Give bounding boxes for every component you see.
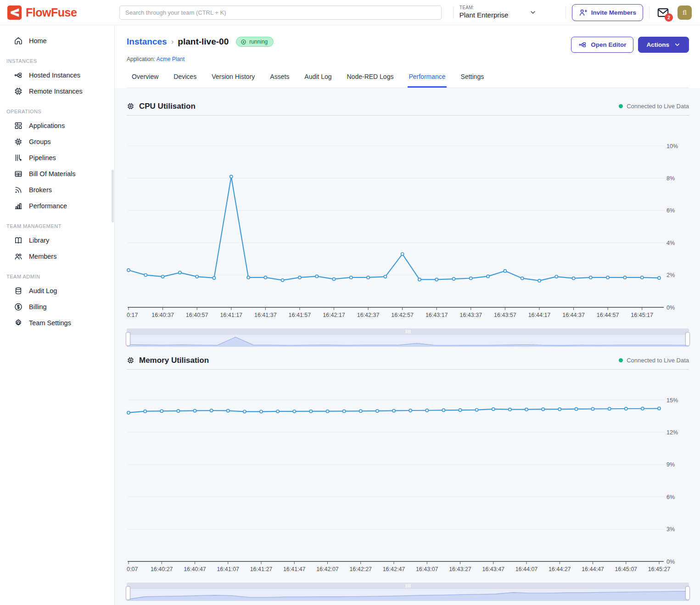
- memory-range-grip-handle[interactable]: [406, 584, 410, 588]
- green-dot-icon: [619, 104, 623, 108]
- chevron-down-icon: [529, 9, 537, 16]
- performance-content: CPU Utilisation Connected to Live Data 0…: [115, 88, 700, 605]
- sidebar-item-label: Hosted Instances: [29, 72, 80, 79]
- logo-text: FlowFuse: [26, 6, 77, 19]
- sidebar-item-label: Brokers: [29, 186, 52, 194]
- svg-text:16:44:37: 16:44:37: [562, 312, 585, 318]
- top-header: FlowFuse TEAM: Plant Enterprise Invite M…: [0, 0, 700, 25]
- tab-bar: OverviewDevicesVersion HistoryAssetsAudi…: [127, 70, 689, 88]
- cpu-range-preview-chart: [127, 335, 689, 347]
- svg-text:0:07: 0:07: [127, 566, 138, 572]
- table-icon: [14, 169, 23, 178]
- cpu-time-range-slider[interactable]: [127, 328, 689, 347]
- cpu-range-handle-left[interactable]: [126, 332, 130, 346]
- sidebar-item-performance[interactable]: Performance: [0, 198, 114, 214]
- tab-overview[interactable]: Overview: [131, 70, 159, 88]
- team-selector[interactable]: TEAM: Plant Enterprise: [459, 5, 560, 19]
- cpu-line-chart: 0%2%4%6%8%10%0:1716:40:3716:40:5716:41:1…: [127, 121, 689, 318]
- sidebar-item-applications[interactable]: Applications: [0, 117, 114, 133]
- search-input[interactable]: [119, 6, 442, 20]
- main-area: Instances › plant-live-00 running Open E…: [115, 25, 700, 605]
- svg-text:16:40:57: 16:40:57: [186, 312, 208, 318]
- chip-icon: [14, 87, 23, 96]
- sidebar-item-remote-instances[interactable]: Remote Instances: [0, 83, 114, 99]
- tab-version-history[interactable]: Version History: [211, 70, 256, 88]
- svg-text:16:40:27: 16:40:27: [151, 566, 173, 572]
- sidebar-item-label: Members: [29, 253, 56, 260]
- open-editor-button[interactable]: Open Editor: [571, 37, 633, 53]
- svg-text:16:41:57: 16:41:57: [289, 312, 311, 318]
- sidebar-item-audit-log[interactable]: Audit Log: [0, 283, 114, 299]
- flowfuse-logo[interactable]: FlowFuse: [0, 6, 115, 20]
- sidebar-item-team-settings[interactable]: Team Settings: [0, 315, 114, 331]
- sidebar-item-label: Team Settings: [29, 319, 71, 327]
- notifications-button[interactable]: 2: [655, 5, 670, 20]
- tab-audit-log[interactable]: Audit Log: [303, 70, 332, 88]
- rss-icon: [14, 185, 23, 194]
- svg-text:16:44:57: 16:44:57: [597, 312, 619, 318]
- invite-members-button[interactable]: Invite Members: [572, 4, 643, 21]
- sidebar-item-brokers[interactable]: Brokers: [0, 182, 114, 198]
- actions-button[interactable]: Actions: [638, 37, 689, 53]
- cpu-range-grip-handle[interactable]: [406, 330, 410, 333]
- sidebar-item-library[interactable]: Library: [0, 232, 114, 248]
- svg-text:16:42:37: 16:42:37: [357, 312, 380, 318]
- sidebar-item-billing[interactable]: Billing: [0, 299, 114, 315]
- tab-assets[interactable]: Assets: [269, 70, 290, 88]
- avatar[interactable]: fl: [678, 6, 692, 20]
- person-plus-icon: [579, 8, 588, 17]
- sidebar-item-label: Library: [29, 237, 49, 244]
- tab-performance[interactable]: Performance: [408, 70, 446, 88]
- memory-range-handle-right[interactable]: [685, 586, 690, 600]
- sidebar-item-hosted-instances[interactable]: Hosted Instances: [0, 67, 114, 83]
- svg-text:16:44:07: 16:44:07: [515, 566, 538, 572]
- svg-text:16:41:07: 16:41:07: [217, 566, 239, 572]
- memory-time-range-slider[interactable]: [127, 583, 689, 601]
- sidebar-item-label: Billing: [29, 303, 47, 311]
- application-link[interactable]: Acme Plant: [157, 56, 185, 62]
- header-divider: [453, 6, 454, 19]
- gear-icon: [14, 318, 23, 327]
- cpu-range-handle-right[interactable]: [685, 332, 690, 346]
- team-label: TEAM:: [459, 5, 509, 11]
- svg-text:16:42:17: 16:42:17: [323, 312, 345, 318]
- sidebar-section-instances: INSTANCES: [6, 58, 114, 64]
- svg-text:16:43:27: 16:43:27: [449, 566, 471, 572]
- sidebar-item-home[interactable]: Home: [0, 33, 114, 49]
- sidebar-section-operations: OPERATIONS: [6, 109, 114, 114]
- breadcrumb-instances-link[interactable]: Instances: [127, 37, 167, 47]
- svg-text:16:41:17: 16:41:17: [220, 312, 242, 318]
- green-dot-icon: [619, 358, 623, 362]
- svg-text:0:17: 0:17: [127, 312, 138, 318]
- sidebar-scrollbar[interactable]: [112, 170, 114, 222]
- svg-text:16:41:27: 16:41:27: [250, 566, 273, 572]
- sidebar-item-groups[interactable]: Groups: [0, 133, 114, 150]
- sidebar-item-members[interactable]: Members: [0, 248, 114, 264]
- memory-chart-title: Memory Utilisation: [127, 356, 209, 365]
- people-icon: [14, 252, 23, 261]
- applications-icon: [14, 121, 23, 130]
- sidebar-item-label: Audit Log: [29, 287, 57, 294]
- svg-text:16:43:47: 16:43:47: [482, 566, 504, 572]
- sidebar-item-bill-of-materials[interactable]: Bill Of Materials: [0, 166, 114, 182]
- tab-settings[interactable]: Settings: [460, 70, 485, 88]
- svg-text:16:40:37: 16:40:37: [151, 312, 174, 318]
- svg-text:0%: 0%: [666, 559, 675, 565]
- svg-text:12%: 12%: [666, 429, 678, 436]
- groups-chip-icon: [14, 137, 23, 146]
- cpu-chart-title: CPU Utilisation: [127, 102, 196, 111]
- tab-node-red-logs[interactable]: Node-RED Logs: [346, 70, 395, 88]
- svg-text:16:42:47: 16:42:47: [383, 566, 405, 572]
- tab-devices[interactable]: Devices: [173, 70, 197, 88]
- sidebar-item-label: Remote Instances: [29, 88, 83, 95]
- svg-text:16:40:47: 16:40:47: [184, 566, 206, 572]
- memory-range-bar[interactable]: [127, 583, 689, 589]
- sidebar-item-pipelines[interactable]: Pipelines: [0, 150, 114, 166]
- memory-range-handle-left[interactable]: [126, 586, 130, 600]
- database-icon: [14, 286, 23, 295]
- sidebar-item-label: Bill Of Materials: [29, 170, 76, 178]
- cpu-chip-icon: [127, 102, 134, 110]
- node-editor-icon: [578, 40, 587, 49]
- cpu-range-bar[interactable]: [127, 328, 689, 335]
- memory-chip-icon: [127, 356, 134, 364]
